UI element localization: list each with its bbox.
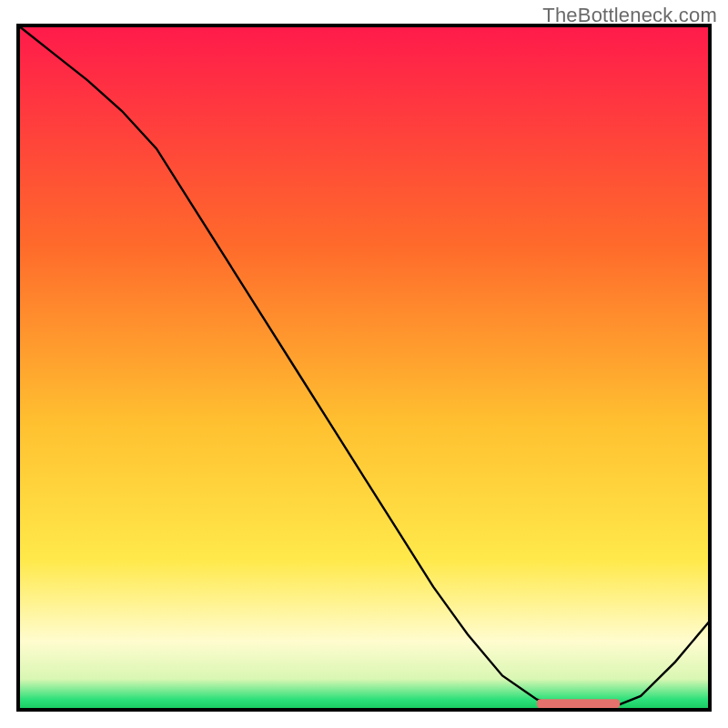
gradient-background [18, 25, 710, 710]
chart-svg [16, 24, 712, 712]
plot-area [16, 24, 712, 712]
chart-root: TheBottleneck.com [0, 0, 728, 728]
optimal-range-marker [537, 699, 620, 708]
watermark-text: TheBottleneck.com [542, 4, 717, 27]
